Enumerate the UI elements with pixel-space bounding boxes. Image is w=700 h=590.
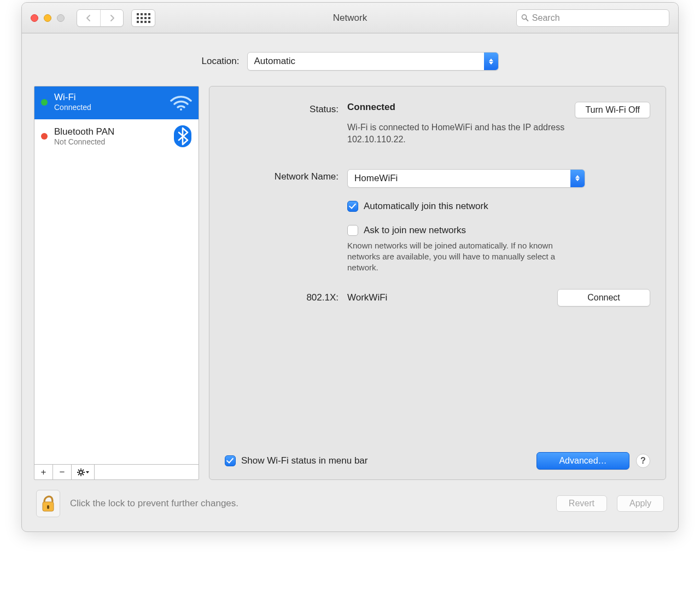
wifi-toggle-button[interactable]: Turn Wi-Fi Off <box>575 102 650 118</box>
help-icon: ? <box>640 456 646 466</box>
apply-button[interactable]: Apply <box>617 495 664 512</box>
svg-line-10 <box>83 474 84 475</box>
auto-join-checkbox-row[interactable]: Automatically join this network <box>347 201 650 212</box>
search-input[interactable] <box>532 13 664 23</box>
lock-hint-text: Click the lock to prevent further change… <box>70 498 238 509</box>
nav-forward-button[interactable] <box>100 10 123 26</box>
zoom-icon <box>57 14 65 22</box>
title-bar: Network <box>22 3 678 33</box>
minimize-icon[interactable] <box>44 14 51 22</box>
all-prefs-button[interactable] <box>131 9 155 27</box>
svg-line-9 <box>78 470 79 471</box>
revert-button[interactable]: Revert <box>556 495 607 512</box>
status-value: Connected <box>347 102 395 113</box>
location-label: Location: <box>202 56 240 67</box>
wifi-icon <box>170 94 192 111</box>
svg-line-12 <box>78 474 79 475</box>
network-name-value: HomeWiFi <box>354 173 398 184</box>
interface-detail-panel: Status: Connected Turn Wi-Fi Off Wi-Fi i… <box>209 86 666 480</box>
sidebar-item-wifi[interactable]: Wi-Fi Connected <box>34 86 199 119</box>
bluetooth-icon <box>173 125 192 148</box>
traffic-lights <box>31 14 65 22</box>
nav-back-button[interactable] <box>77 10 100 26</box>
ask-join-checkbox-row[interactable]: Ask to join new networks <box>347 225 650 236</box>
sidebar-item-bluetooth-pan[interactable]: Bluetooth PAN Not Connected <box>34 119 199 155</box>
sidebar-item-name: Bluetooth PAN <box>54 126 114 137</box>
network-name-label: Network Name: <box>225 169 347 182</box>
minus-icon: − <box>60 467 65 478</box>
chevron-left-icon <box>85 14 92 22</box>
remove-interface-button[interactable]: − <box>53 465 72 479</box>
lock-icon <box>41 494 55 513</box>
gear-dropdown-icon <box>77 468 89 476</box>
location-value: Automatic <box>254 56 296 67</box>
show-status-checkbox[interactable] <box>225 455 236 466</box>
sidebar-footer: + − <box>34 464 199 479</box>
sidebar-item-sub: Not Connected <box>54 137 114 147</box>
show-status-label: Show Wi-Fi status in menu bar <box>241 455 368 466</box>
dot1x-connect-button[interactable]: Connect <box>557 289 650 306</box>
svg-point-4 <box>79 471 83 474</box>
svg-point-2 <box>180 108 182 111</box>
auto-join-checkbox[interactable] <box>347 201 358 212</box>
search-field[interactable] <box>516 9 669 27</box>
status-label: Status: <box>225 102 347 115</box>
svg-line-11 <box>83 470 84 471</box>
status-description: Wi-Fi is connected to HomeWiFi and has t… <box>347 122 582 146</box>
advanced-button[interactable]: Advanced… <box>536 452 629 470</box>
network-name-dropdown[interactable]: HomeWiFi <box>347 169 585 188</box>
lock-button[interactable] <box>36 490 60 517</box>
location-dropdown[interactable]: Automatic <box>247 52 499 71</box>
ask-join-hint: Known networks will be joined automatica… <box>347 240 566 274</box>
show-status-checkbox-row[interactable]: Show Wi-Fi status in menu bar <box>225 455 368 466</box>
chevron-right-icon <box>108 14 116 22</box>
sidebar-item-sub: Connected <box>54 103 91 112</box>
grid-icon <box>137 13 150 23</box>
interfaces-sidebar: Wi-Fi Connected <box>34 86 199 480</box>
search-icon <box>521 14 529 22</box>
status-dot-icon <box>41 133 48 140</box>
dropdown-handle-icon <box>484 53 498 70</box>
plus-icon: + <box>41 467 46 478</box>
status-dot-icon <box>41 99 48 106</box>
ask-join-label: Ask to join new networks <box>364 225 466 236</box>
dot1x-value: WorkWiFi <box>347 292 387 303</box>
add-interface-button[interactable]: + <box>34 465 53 479</box>
dot1x-label: 802.1X: <box>225 292 347 303</box>
interface-actions-button[interactable] <box>72 465 95 479</box>
svg-line-1 <box>526 19 528 21</box>
nav-segmented <box>77 9 124 27</box>
ask-join-checkbox[interactable] <box>347 225 358 236</box>
svg-rect-14 <box>47 505 49 509</box>
auto-join-label: Automatically join this network <box>364 201 488 212</box>
close-icon[interactable] <box>31 14 38 22</box>
dropdown-handle-icon <box>570 170 585 187</box>
help-button[interactable]: ? <box>636 454 650 468</box>
sidebar-item-name: Wi-Fi <box>54 92 91 103</box>
network-preferences-window: Network Location: Automatic <box>21 2 679 532</box>
